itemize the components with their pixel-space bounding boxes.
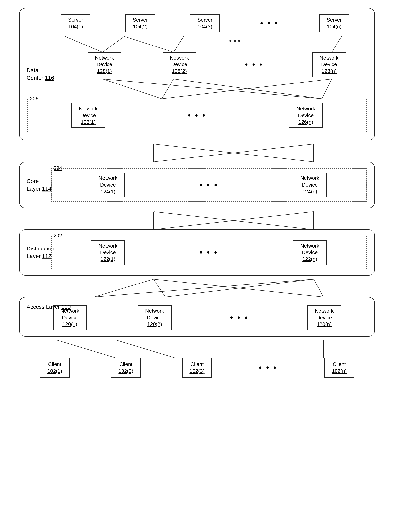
svg-line-28 <box>57 340 116 358</box>
access-layer: Access Layer 110 NetworkDevice120(1) Net… <box>19 297 375 336</box>
nd-126-n-label: NetworkDevice126(n) <box>296 106 315 125</box>
nd-120-n: NetworkDevice120(n) <box>307 305 341 330</box>
server-104-2: Server104(2) <box>125 14 155 32</box>
client-102-n: Client102(n) <box>324 358 354 378</box>
server-104-1-label: Server104(1) <box>68 17 83 30</box>
access-to-clients-svg <box>19 340 375 358</box>
nd-124-n-label: NetworkDevice124(n) <box>300 175 319 195</box>
nd122-row: NetworkDevice122(1) • • • NetworkDevice1… <box>57 240 360 265</box>
svg-line-4 <box>174 36 184 52</box>
svg-line-24 <box>94 279 314 297</box>
client-slot-3: Client102(3) <box>161 358 233 378</box>
nd-128-1-label: NetworkDevice128(1) <box>95 55 114 74</box>
server-slot-2: Server104(2) <box>108 14 172 32</box>
data-center-label: DataCenter 116 <box>27 67 54 82</box>
client-102-2: Client102(2) <box>111 358 141 378</box>
nd-124-1: NetworkDevice124(1) <box>91 173 125 197</box>
server-to-nd128-svg: • • • <box>27 36 367 52</box>
client-102-3: Client102(3) <box>182 358 212 378</box>
client-102-2-label: Client102(2) <box>118 361 133 374</box>
server-104-2-label: Server104(2) <box>133 17 148 30</box>
server-104-n: Server104(n) <box>319 14 349 32</box>
nd128-slot-2: NetworkDevice128(2) <box>142 52 217 77</box>
svg-line-22 <box>154 279 165 297</box>
nd126-row: NetworkDevice126(1) • • • NetworkDevice1… <box>34 103 360 128</box>
nd122-slot-1: NetworkDevice122(1) <box>57 240 158 265</box>
svg-text:• • •: • • • <box>229 37 241 45</box>
dashed-202-box: 202 NetworkDevice122(1) • • • NetworkDev… <box>51 236 367 269</box>
nd-128-n: NetworkDevice128(n) <box>312 52 346 77</box>
svg-line-8 <box>103 79 322 99</box>
server-104-n-label: Server104(n) <box>327 17 342 30</box>
nd-122-n: NetworkDevice122(n) <box>293 240 327 265</box>
nd126-ellipsis: • • • <box>143 111 252 120</box>
client-102-n-label: Client102(n) <box>332 361 347 374</box>
client-row: Client102(1) Client102(2) Client102(3) •… <box>19 358 375 378</box>
nd-122-1: NetworkDevice122(1) <box>91 240 125 265</box>
nd-126-1: NetworkDevice126(1) <box>71 103 105 128</box>
nd-128-1: NetworkDevice128(1) <box>88 52 121 77</box>
svg-line-7 <box>103 79 162 99</box>
svg-line-1 <box>103 36 124 52</box>
nd120-row: NetworkDevice120(1) NetworkDevice120(2) … <box>27 305 367 330</box>
nd126-slot-1: NetworkDevice126(1) <box>34 103 143 128</box>
core-layer: CoreLayer 114 204 NetworkDevice124(1) • … <box>19 162 375 208</box>
server-ellipsis: • • • <box>237 19 302 28</box>
nd126-slot-n: NetworkDevice126(n) <box>251 103 360 128</box>
server-slot-1: Server104(1) <box>43 14 108 32</box>
nd-122-1-label: NetworkDevice122(1) <box>98 243 117 263</box>
nd122-slot-n: NetworkDevice122(n) <box>259 240 360 265</box>
nd120-slot-n: NetworkDevice120(n) <box>282 305 367 330</box>
client-slot-n: Client102(n) <box>304 358 375 378</box>
nd-124-n: NetworkDevice124(n) <box>293 173 327 197</box>
nd-122-n-label: NetworkDevice122(n) <box>300 243 319 263</box>
nd-128-2: NetworkDevice128(2) <box>163 52 196 77</box>
client-102-1: Client102(1) <box>40 358 70 378</box>
server-slot-3: Server104(3) <box>172 14 237 32</box>
svg-line-0 <box>65 36 103 52</box>
nd128-slot-1: NetworkDevice128(1) <box>67 52 142 77</box>
nd-124-1-label: NetworkDevice124(1) <box>98 175 117 195</box>
dashed-204-box: 204 NetworkDevice124(1) • • • NetworkDev… <box>51 168 367 202</box>
nd-128-n-label: NetworkDevice128(n) <box>320 55 338 74</box>
network-diagram: DataCenter 116 Server104(1) Server104(2)… <box>19 8 375 378</box>
nd128-row: NetworkDevice128(1) NetworkDevice128(2) … <box>27 52 367 77</box>
svg-line-25 <box>165 279 314 297</box>
svg-line-12 <box>322 79 332 99</box>
client-102-1-label: Client102(1) <box>47 361 62 374</box>
server-104-3: Server104(3) <box>190 14 220 32</box>
svg-line-21 <box>94 279 154 297</box>
nd128-ellipsis: • • • <box>217 60 292 69</box>
client-ellipsis: • • • <box>233 363 304 372</box>
nd-126-n: NetworkDevice126(n) <box>289 103 323 128</box>
dashed-206-ref: 206 <box>30 96 38 102</box>
nd128-to-nd126-svg <box>27 79 367 99</box>
nd-120-2-label: NetworkDevice120(2) <box>145 308 164 328</box>
nd124-slot-1: NetworkDevice124(1) <box>57 173 158 197</box>
client-102-3-label: Client102(3) <box>190 361 204 374</box>
svg-line-26 <box>314 279 323 297</box>
nd120-ellipsis: • • • <box>197 313 282 322</box>
nd120-area: NetworkDevice120(1) NetworkDevice120(2) … <box>27 303 367 330</box>
svg-line-2 <box>124 36 174 52</box>
dashed-202-ref: 202 <box>54 233 62 239</box>
client-slot-1: Client102(1) <box>19 358 90 378</box>
nd124-ellipsis: • • • <box>158 181 259 190</box>
nd122-ellipsis: • • • <box>158 248 259 257</box>
server-104-1: Server104(1) <box>61 14 90 32</box>
nd-126-1-label: NetworkDevice126(1) <box>79 106 98 125</box>
nd-120-n-label: NetworkDevice120(n) <box>315 308 333 328</box>
dashed-206-box: 206 NetworkDevice126(1) • • • <box>27 99 367 132</box>
svg-line-9 <box>162 79 174 99</box>
svg-line-11 <box>162 79 332 99</box>
dc-to-core-svg <box>19 144 375 162</box>
core-to-dist-svg <box>19 212 375 229</box>
server-104-3-label: Server104(3) <box>197 17 213 30</box>
nd124-row: NetworkDevice124(1) • • • NetworkDevice1… <box>57 173 360 197</box>
distribution-layer: DistributionLayer 112 202 NetworkDevice1… <box>19 229 375 276</box>
nd-120-2: NetworkDevice120(2) <box>138 305 171 330</box>
nd-128-2-label: NetworkDevice128(2) <box>170 55 189 74</box>
dashed-206-area: 206 NetworkDevice126(1) • • • <box>27 99 367 132</box>
nd120-slot-2: NetworkDevice120(2) <box>112 305 197 330</box>
dist-to-access-svg <box>19 279 375 297</box>
